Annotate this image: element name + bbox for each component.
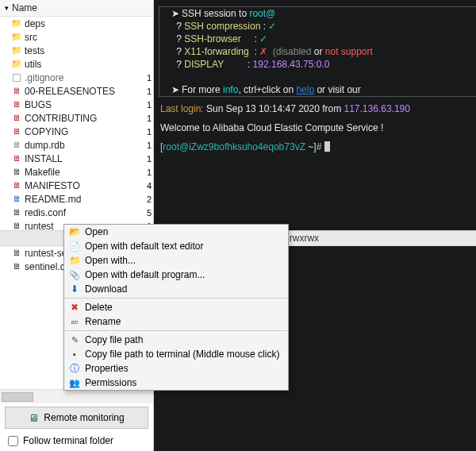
terminal-icon: ▪ bbox=[69, 349, 80, 359]
separator bbox=[65, 330, 287, 331]
tree-row-count: 5 bbox=[142, 208, 152, 218]
tree-row[interactable]: 🗎Makefile1 bbox=[0, 165, 153, 179]
ssh-session-user: root@ bbox=[249, 8, 275, 19]
tree-row-label: utils bbox=[25, 59, 142, 70]
ssh-compression-label: SSH compression bbox=[184, 21, 263, 32]
monitor-icon: 🖥 bbox=[29, 412, 39, 424]
follow-terminal-option[interactable]: Follow terminal folder bbox=[0, 430, 153, 451]
file-icon: 🗎 bbox=[11, 168, 22, 177]
ssh-browser-label: SSH-browser bbox=[184, 33, 254, 44]
ctx-copy-path[interactable]: ✎Copy file path bbox=[64, 333, 288, 347]
tree-header[interactable]: ▾ Name bbox=[0, 0, 153, 17]
tree-row[interactable]: .gitignore1 bbox=[0, 71, 153, 84]
separator bbox=[65, 298, 287, 299]
follow-terminal-checkbox[interactable] bbox=[8, 436, 18, 446]
tree-row-count: 1 bbox=[142, 114, 152, 123]
tree-row-label: redis.conf bbox=[25, 207, 142, 218]
tree-row-count: 4 bbox=[142, 181, 152, 191]
folder-icon: 📁 bbox=[11, 33, 22, 42]
last-login-label: Last login: bbox=[160, 103, 204, 114]
tree-row[interactable]: 📁tests bbox=[0, 44, 153, 57]
tree-row[interactable]: 🗎README.md2 bbox=[0, 192, 153, 206]
check-icon: ✓ bbox=[259, 33, 267, 44]
display-label: DISPLAY bbox=[184, 59, 248, 70]
tree-row-count: 1 bbox=[142, 100, 152, 110]
terminal-cursor bbox=[324, 141, 330, 152]
help-link[interactable]: help bbox=[296, 84, 314, 95]
pencil-icon: ✎ bbox=[69, 335, 80, 345]
tree-row-count: 1 bbox=[142, 87, 152, 96]
tree-row[interactable]: 📁src bbox=[0, 30, 153, 44]
tree-row-count: 1 bbox=[142, 127, 152, 137]
open-with-icon: 📁 bbox=[69, 255, 80, 266]
tree-row-label: tests bbox=[25, 45, 142, 56]
ctx-open[interactable]: 📂Open bbox=[64, 225, 288, 239]
tree-row-label: src bbox=[25, 32, 142, 43]
file-icon: 🗎 bbox=[11, 222, 22, 231]
tree-row-label: MANIFESTO bbox=[25, 180, 142, 191]
check-icon: ✓ bbox=[268, 21, 276, 32]
tree-row[interactable]: 📁utils bbox=[0, 57, 153, 71]
ctx-delete[interactable]: ✖Delete bbox=[64, 300, 288, 314]
welcome-message: Welcome to Alibaba Cloud Elastic Compute… bbox=[160, 122, 383, 133]
file-icon: 🗎 bbox=[11, 262, 22, 272]
tree-row[interactable]: 🗎CONTRIBUTING1 bbox=[0, 111, 153, 125]
tree-row-label: 00-RELEASENOTES bbox=[25, 86, 142, 97]
tree-row[interactable]: 📁deps bbox=[0, 17, 153, 30]
sort-indicator-icon: ▾ bbox=[5, 4, 9, 12]
ctx-properties[interactable]: ⓘProperties bbox=[64, 361, 288, 376]
permissions-icon: 👥 bbox=[69, 378, 80, 388]
delete-icon: ✖ bbox=[69, 302, 80, 313]
ctx-open-with[interactable]: 📁Open with... bbox=[64, 253, 288, 268]
ctx-open-default-program[interactable]: 📎Open with default program... bbox=[64, 268, 288, 282]
file-icon: 🗎 bbox=[11, 127, 22, 137]
ctx-rename[interactable]: abRename bbox=[64, 314, 288, 329]
tree-row-label: README.md bbox=[25, 194, 142, 205]
attachment-icon: 📎 bbox=[69, 270, 80, 280]
file-icon: 🗎 bbox=[11, 181, 22, 191]
shell-prompt[interactable]: [root@iZwz9bofhksuho4eqob73vZ ~]# bbox=[154, 135, 476, 154]
file-icon: 🗎 bbox=[11, 114, 22, 123]
file-icon: 🗎 bbox=[11, 100, 22, 110]
tree-row-count: 1 bbox=[142, 73, 152, 83]
horizontal-scrollbar[interactable] bbox=[0, 389, 153, 403]
tree-row[interactable]: 🗎dump.rdb1 bbox=[0, 138, 153, 152]
ctx-permissions[interactable]: 👥Permissions bbox=[64, 376, 288, 390]
folder-icon: 📁 bbox=[11, 46, 22, 56]
file-icon: 🗎 bbox=[11, 208, 22, 218]
folder-open-icon: 📂 bbox=[69, 226, 80, 237]
tree-row[interactable]: 🗎BUGS1 bbox=[0, 98, 153, 111]
tree-row-label: COPYING bbox=[25, 126, 142, 137]
context-menu: 📂Open 📄Open with default text editor 📁Op… bbox=[63, 224, 289, 391]
tree-row[interactable]: 🗎MANIFESTO4 bbox=[0, 179, 153, 192]
tree-row-label: dump.rdb bbox=[25, 140, 142, 151]
tree-row[interactable]: 🗎00-RELEASENOTES1 bbox=[0, 84, 153, 98]
ssh-session-label: SSH session to bbox=[182, 8, 249, 19]
x11-label: X11-forwarding bbox=[184, 46, 254, 57]
ctx-copy-path-terminal[interactable]: ▪Copy file path to terminal (Middle mous… bbox=[64, 347, 288, 361]
tree-row-label: deps bbox=[25, 18, 142, 29]
file-icon: 🗎 bbox=[11, 195, 22, 204]
x-icon: ✗ bbox=[259, 46, 267, 57]
rename-icon: ab bbox=[69, 318, 80, 326]
display-value: 192.168.43.75:0.0 bbox=[253, 59, 330, 70]
gitignore-icon bbox=[11, 73, 22, 83]
ctx-download[interactable]: ⬇Download bbox=[64, 282, 288, 296]
ctx-open-default-editor[interactable]: 📄Open with default text editor bbox=[64, 239, 288, 253]
folder-icon: 📁 bbox=[11, 60, 22, 69]
remote-monitoring-button[interactable]: 🖥 Remote monitoring bbox=[5, 407, 148, 429]
tree-row[interactable]: 🗎redis.conf5 bbox=[0, 206, 153, 219]
folder-icon: 📁 bbox=[11, 19, 22, 29]
info-icon: ⓘ bbox=[69, 362, 80, 376]
tree-row-count: 1 bbox=[142, 168, 152, 177]
tree-row-label: Makefile bbox=[25, 167, 142, 178]
column-name: Name bbox=[12, 2, 137, 13]
last-login-ip: 117.136.63.190 bbox=[344, 103, 410, 114]
scrollbar-thumb[interactable] bbox=[2, 392, 33, 402]
download-icon: ⬇ bbox=[69, 283, 80, 295]
tree-row[interactable]: 🗎INSTALL1 bbox=[0, 152, 153, 165]
follow-terminal-label: Follow terminal folder bbox=[23, 435, 113, 446]
file-icon: 🗎 bbox=[11, 154, 22, 164]
tree-row[interactable]: 🗎COPYING1 bbox=[0, 125, 153, 138]
file-icon: 🗎 bbox=[11, 141, 22, 150]
